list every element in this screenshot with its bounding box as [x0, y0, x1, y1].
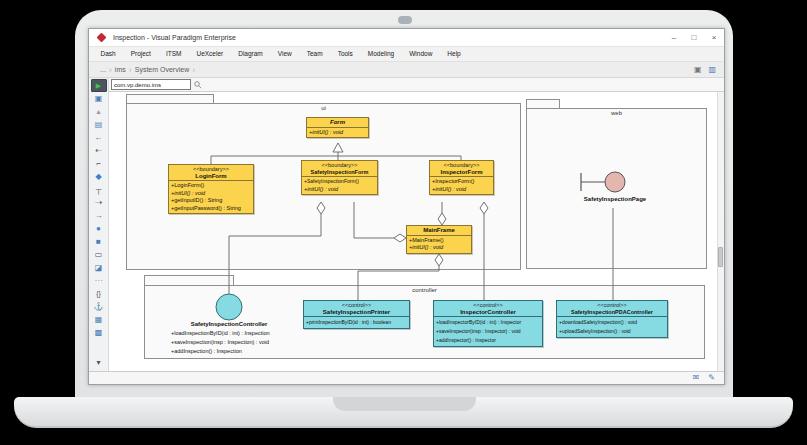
anchor-tool-icon[interactable]: ⚓: [94, 300, 104, 313]
fit-selection-icon[interactable]: ▣: [694, 63, 702, 77]
class-operation: +addInspector() : Inspector: [436, 336, 540, 345]
model-id-input[interactable]: [111, 79, 191, 90]
menu-tools[interactable]: Tools: [330, 47, 360, 61]
laptop-base-notch: [333, 397, 476, 411]
feedback-icon[interactable]: ✎: [708, 372, 715, 384]
class-operation: +loadInspectorByID(id : int) : Inspector: [436, 318, 540, 327]
class-mainframe[interactable]: MainFrame +MainFrame() +initUI() : void: [406, 225, 472, 254]
laptop-webcam: [398, 16, 412, 24]
run-button[interactable]: ▶: [91, 79, 107, 92]
class-operation: +getInputPassword() : String: [171, 205, 251, 213]
element-operation: +loadInspectionByID(id : int) : Inspecti…: [171, 329, 270, 338]
class-safetyinspectionpdacontroller[interactable]: <<control>> SafetyInspectionPDAControlle…: [556, 300, 668, 338]
class-inspectorcontroller[interactable]: <<control>> InspectorController +loadIns…: [433, 300, 543, 347]
search-icon[interactable]: [194, 81, 202, 89]
scrollbar-thumb[interactable]: [718, 247, 723, 267]
dependency-tool-icon[interactable]: ⇢: [95, 196, 102, 209]
class-loginform[interactable]: <<boundary>> LoginForm +LoginForm() +ini…: [168, 164, 254, 214]
package-web-label: web: [526, 110, 707, 116]
class-operation: +MainFrame(): [409, 237, 469, 245]
menu-project[interactable]: Project: [123, 47, 158, 61]
mail-icon[interactable]: ✉: [693, 372, 700, 384]
object-tool-icon[interactable]: ●: [96, 222, 101, 235]
diagram-palette: ▶ ▣ ▴ ▤ ← ⇠ ⌐ ◆ ┬ ⇢ → ● ■ ▭ ◪ ⋯ {} ⚓ ▦ ▩: [89, 78, 109, 371]
constraint-tool-icon[interactable]: {}: [96, 287, 101, 300]
element-operation: +saveInspection(insp : Inspection) : voi…: [171, 338, 270, 347]
menu-window[interactable]: Window: [402, 47, 440, 61]
main-area: ui web controller: [109, 78, 724, 371]
class-name: InspectorForm: [432, 169, 491, 177]
class-name: LoginForm: [171, 173, 251, 181]
class-tool-icon[interactable]: ▤: [95, 118, 103, 131]
association-class-tool-icon[interactable]: ⇠: [95, 144, 102, 157]
class-safetyinspectionprinter[interactable]: <<control>> SafetyInspectionPrinter +pri…: [303, 300, 410, 329]
package-ui-label: ui: [126, 105, 521, 111]
visual-paradigm-logo-icon: [97, 33, 107, 43]
canvas-vertical-scrollbar[interactable]: [717, 92, 724, 371]
class-inspectorform[interactable]: <<boundary>> InspectorForm +InspectorFor…: [429, 160, 494, 195]
class-name: SafetyInspectionForm: [304, 169, 375, 177]
breadcrumb-item-ims[interactable]: ims: [112, 66, 129, 73]
menu-help[interactable]: Help: [440, 47, 468, 61]
class-operation: +initUI() : void: [409, 244, 469, 252]
aggregation-tool-icon[interactable]: ◆: [95, 170, 101, 183]
menu-itsm[interactable]: ITSM: [158, 47, 189, 61]
close-button[interactable]: ×: [704, 29, 724, 46]
diagram-canvas[interactable]: ui web controller: [109, 92, 724, 371]
class-name: SafetyInspectionPDAController: [559, 309, 665, 317]
class-name: MainFrame: [409, 227, 469, 235]
menu-view[interactable]: View: [270, 47, 299, 61]
palette-scroll-down-icon[interactable]: ▾: [96, 356, 100, 369]
class-operation: +initUI() : void: [304, 186, 375, 194]
menu-modeling[interactable]: Modeling: [360, 47, 401, 61]
package-tool-icon[interactable]: ■: [96, 235, 101, 248]
note-tool-icon[interactable]: ◪: [95, 261, 103, 274]
menu-dash[interactable]: Dash: [93, 47, 123, 61]
class-operation: +downloadSafetyInspection() : void: [559, 318, 665, 327]
diagram-overview-icon[interactable]: ▣: [95, 92, 103, 105]
minimize-button[interactable]: –: [664, 29, 684, 46]
palette-scroll-up-icon[interactable]: ▴: [96, 105, 100, 118]
association-tool-icon[interactable]: ←: [95, 131, 103, 144]
class-operation: +printInspectionByID(id : int) : boolean: [306, 318, 407, 327]
ellipsis-tool-icon[interactable]: ⋯: [95, 274, 103, 287]
app-window: Inspection - Visual Paradigm Enterprise …: [88, 28, 725, 385]
menu-bar: Dash Project ITSM UeXceler Diagram View …: [89, 47, 724, 62]
title-bar: Inspection - Visual Paradigm Enterprise …: [89, 29, 724, 47]
class-safetyinspectionform[interactable]: <<boundary>> SafetyInspectionForm +Safet…: [301, 160, 378, 195]
play-icon: ▶: [96, 82, 101, 89]
breadcrumb-separator: ›: [192, 63, 195, 77]
realization-tool-icon[interactable]: →: [95, 209, 103, 222]
containment-tool-icon[interactable]: ⌐: [96, 157, 101, 170]
package-web[interactable]: [526, 108, 707, 269]
class-operation: +initUI() : void: [432, 186, 491, 194]
menu-uexceler[interactable]: UeXceler: [189, 47, 231, 61]
menu-team[interactable]: Team: [299, 47, 330, 61]
folder-tool-icon[interactable]: ▦: [95, 313, 103, 326]
class-name: Form: [309, 119, 366, 127]
class-name: InspectorController: [436, 309, 540, 317]
class-operation: +SafetyInspectionForm(): [304, 178, 375, 186]
model-id-bar: [109, 78, 724, 92]
breadcrumb-ellipsis[interactable]: ...: [97, 66, 109, 73]
provided-interface-tool-icon[interactable]: ┬: [96, 183, 102, 196]
package-controller-label: controller: [144, 287, 705, 293]
frame-tool-icon[interactable]: ▭: [95, 248, 103, 261]
model-tool-icon[interactable]: ▩: [95, 326, 103, 339]
class-operation: +getInputID() : String: [171, 197, 251, 205]
class-operation: +initUI() : void: [171, 190, 251, 198]
scene: Inspection - Visual Paradigm Enterprise …: [0, 0, 807, 445]
breadcrumb-item-system-overview[interactable]: System Overview: [132, 66, 192, 73]
status-bar: ✉ ✎: [89, 371, 724, 384]
content-area: ▶ ▣ ▴ ▤ ← ⇠ ⌐ ◆ ┬ ⇢ → ● ■ ▭ ◪ ⋯ {} ⚓ ▦ ▩: [89, 78, 724, 371]
class-form[interactable]: Form +initUI() : void: [306, 117, 369, 138]
maximize-button[interactable]: □: [684, 29, 704, 46]
element-operation: +addInspection() : Inspection: [171, 347, 270, 356]
panel-toggle-icon[interactable]: ▥: [708, 63, 716, 77]
menu-diagram[interactable]: Diagram: [231, 47, 271, 61]
breadcrumb: ... › ims › System Overview › ▣ ▥: [89, 62, 724, 78]
safety-inspection-controller-label[interactable]: SafetyInspectionController: [154, 321, 304, 327]
safety-inspection-page-label[interactable]: SafetyInspectionPage: [550, 196, 680, 202]
class-operation: +initUI() : void: [309, 129, 366, 137]
class-name: SafetyInspectionPrinter: [306, 309, 407, 317]
